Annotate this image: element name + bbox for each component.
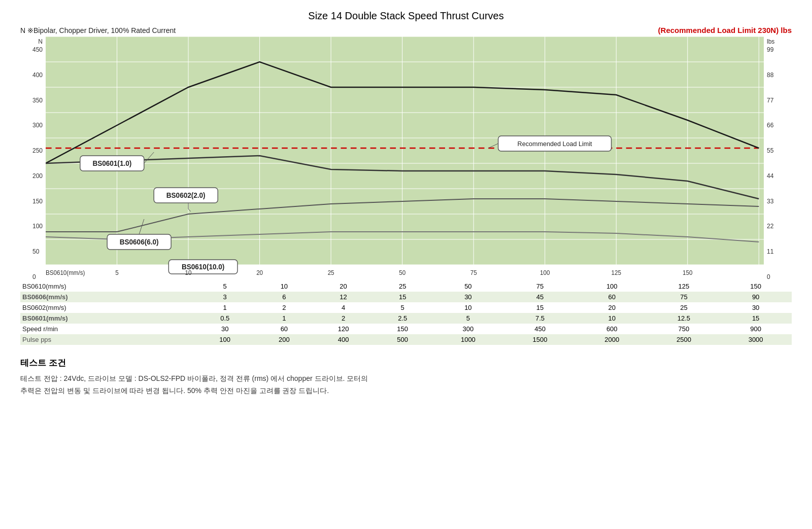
svg-text:Recommended Load Limit: Recommended Load Limit (518, 140, 592, 148)
table-row-label: BS0602(mm/s) (20, 302, 195, 313)
table-cell: 10 (432, 302, 504, 313)
table-cell: 60 (255, 324, 314, 334)
table-cell: 600 (576, 324, 648, 334)
subtitle-row: N ※Bipolar, Chopper Driver, 100% Rated C… (20, 26, 792, 34)
table-cell: 900 (720, 324, 792, 334)
table-cell: 10 (576, 313, 648, 324)
table-cell: 3 (195, 292, 255, 302)
table-cell: 6 (255, 292, 314, 302)
svg-text:150: 150 (683, 269, 693, 276)
y-left-150: 150 (32, 198, 43, 204)
y-right-88: 88 (767, 72, 773, 78)
table-cell: 25 (373, 281, 432, 292)
y-left-50: 50 (32, 249, 43, 255)
table-cell: 50 (432, 281, 504, 292)
table-row: BS0606(mm/s)3612153045607590 (20, 292, 792, 302)
y-right-0: 0 (767, 274, 773, 280)
table-row-label: Speed r/min (20, 324, 195, 334)
table-cell: 150 (720, 281, 792, 292)
table-cell: 1 (195, 302, 255, 313)
table-cell: 2 (255, 302, 314, 313)
svg-text:10: 10 (185, 269, 192, 276)
table-cell: 2.5 (373, 313, 432, 324)
y-right-77: 77 (767, 97, 773, 103)
table-cell: 15 (720, 313, 792, 324)
y-left-400: 400 (32, 72, 43, 78)
table-cell: 3000 (720, 334, 792, 345)
svg-text:25: 25 (328, 269, 334, 276)
table-cell: 20 (576, 302, 648, 313)
svg-text:BS0606(6.0): BS0606(6.0) (120, 238, 159, 246)
table-cell: 750 (648, 324, 720, 334)
subtitle-right: (Recommended Load Limit 230N) lbs (658, 26, 792, 34)
table-cell: 1000 (432, 334, 504, 345)
table-cell: 200 (255, 334, 314, 345)
y-left-300: 300 (32, 122, 43, 128)
table-cell: 20 (314, 281, 373, 292)
test-conditions-title: 테스트 조건 (20, 357, 792, 369)
table-cell: 2000 (576, 334, 648, 345)
y-right-66: 66 (767, 122, 773, 128)
table-cell: 15 (373, 292, 432, 302)
table-cell: 5 (195, 281, 255, 292)
table-row: BS0602(mm/s)12451015202530 (20, 302, 792, 313)
table-cell: 450 (504, 324, 576, 334)
chart-svg-container: BS0601(1.0) BS0602(2.0) BS0606(6.0) BS06… (46, 37, 764, 280)
table-cell: 120 (314, 324, 373, 334)
data-table-section: BS0610(mm/s)51020255075100125150BS0606(m… (20, 281, 792, 345)
y-right-11: 11 (767, 249, 773, 255)
y-right-33: 33 (767, 198, 773, 204)
table-cell: 25 (648, 302, 720, 313)
table-cell: 7.5 (504, 313, 576, 324)
table-cell: 1500 (504, 334, 576, 345)
table-row: Pulse pps1002004005001000150020002500300… (20, 334, 792, 345)
y-right-55: 55 (767, 148, 773, 154)
table-cell: 100 (576, 281, 648, 292)
subtitle-left: N ※Bipolar, Chopper Driver, 100% Rated C… (20, 26, 176, 34)
svg-text:5: 5 (115, 269, 119, 276)
table-cell: 400 (314, 334, 373, 345)
table-cell: 500 (373, 334, 432, 345)
svg-text:BS0610(mm/s): BS0610(mm/s) (46, 269, 85, 276)
y-left-100: 100 (32, 223, 43, 229)
y-left-250: 250 (32, 148, 43, 154)
test-conditions: 테스트 조건 테스트 전압 : 24Vdc, 드라이브 모델 : DS-OLS2… (20, 357, 792, 397)
svg-text:50: 50 (399, 269, 405, 276)
data-table: BS0610(mm/s)51020255075100125150BS0606(m… (20, 281, 792, 345)
table-row-label: BS0601(mm/s) (20, 313, 195, 324)
table-cell: 0.5 (195, 313, 255, 324)
test-conditions-text: 테스트 전압 : 24Vdc, 드라이브 모델 : DS-OLS2-FPD 바이… (20, 373, 792, 397)
table-cell: 60 (576, 292, 648, 302)
y-right-99: 99 (767, 47, 773, 53)
table-cell: 30 (432, 292, 504, 302)
table-cell: 10 (255, 281, 314, 292)
chart-area: N 450 400 350 300 250 200 150 100 50 0 (20, 37, 792, 280)
table-cell: 45 (504, 292, 576, 302)
table-cell: 75 (504, 281, 576, 292)
table-cell: 1 (255, 313, 314, 324)
table-row: Speed r/min3060120150300450600750900 (20, 324, 792, 334)
table-cell: 90 (720, 292, 792, 302)
table-row-label: Pulse pps (20, 334, 195, 345)
y-left-0: 0 (32, 274, 43, 280)
svg-text:20: 20 (256, 269, 263, 276)
y-right-44: 44 (767, 173, 773, 179)
chart-title: Size 14 Double Stack Speed Thrust Curves (20, 10, 792, 22)
y-right-22: 22 (767, 223, 773, 229)
y-unit-right: lbs (767, 39, 774, 45)
table-cell: 150 (373, 324, 432, 334)
table-row: BS0610(mm/s)51020255075100125150 (20, 281, 792, 292)
table-cell: 30 (720, 302, 792, 313)
y-axis-right: lbs 99 88 77 66 55 44 33 22 11 0 (764, 37, 792, 280)
table-row-label: BS0610(mm/s) (20, 281, 195, 292)
table-cell: 15 (504, 302, 576, 313)
table-cell: 12.5 (648, 313, 720, 324)
table-cell: 75 (648, 292, 720, 302)
svg-text:125: 125 (612, 269, 622, 276)
y-axis-left: N 450 400 350 300 250 200 150 100 50 0 (20, 37, 46, 280)
y-left-450: 450 (32, 47, 43, 53)
svg-text:BS0601(1.0): BS0601(1.0) (92, 160, 131, 167)
table-cell: 125 (648, 281, 720, 292)
table-cell: 4 (314, 302, 373, 313)
table-cell: 2 (314, 313, 373, 324)
